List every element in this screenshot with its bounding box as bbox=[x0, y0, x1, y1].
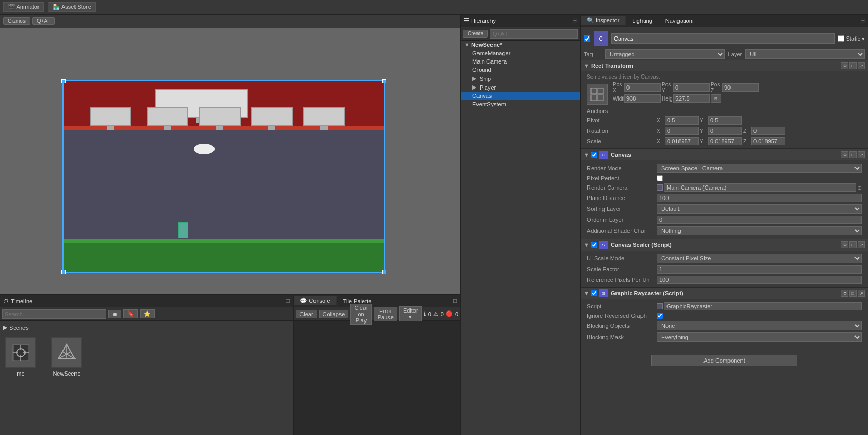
pos-y-input[interactable]: 0 bbox=[673, 83, 710, 92]
console-toolbar: Clear Collapse Clear on Play Error Pause… bbox=[294, 307, 460, 321]
console-minimize[interactable]: ⊟ bbox=[452, 297, 460, 304]
hierarchy-minimize[interactable]: ⊟ bbox=[572, 17, 577, 24]
canvas-icon-2[interactable]: □ bbox=[849, 151, 857, 158]
raycaster-icon-2[interactable]: □ bbox=[849, 290, 857, 297]
all-button[interactable]: Q+All bbox=[32, 17, 55, 25]
ref-pixels-input[interactable]: 100 bbox=[657, 276, 862, 284]
hierarchy-item-ship[interactable]: ▶ Ship bbox=[461, 74, 580, 83]
handle-top-left[interactable] bbox=[61, 79, 66, 83]
animator-tab[interactable]: 🎬 Animator bbox=[3, 2, 44, 12]
hierarchy-item-maincamera[interactable]: Main Camera bbox=[461, 57, 580, 66]
scale-y-input[interactable]: 0.018957 bbox=[708, 137, 742, 145]
scaler-icon-1[interactable]: ⚙ bbox=[841, 241, 848, 248]
pivot-x-input[interactable]: 0.5 bbox=[665, 116, 699, 125]
static-arrow[interactable]: ▾ bbox=[862, 35, 865, 42]
hierarchy-item-canvas[interactable]: Canvas bbox=[461, 92, 580, 100]
blocking-obj-dropdown[interactable]: None bbox=[657, 321, 862, 330]
shader-dropdown[interactable]: Nothing bbox=[657, 226, 862, 235]
console-panel: 💬 Console Tile Palette ⊟ Clear Collapse … bbox=[294, 295, 460, 435]
clear-button[interactable]: Clear bbox=[296, 310, 317, 318]
size-r-button[interactable]: R bbox=[711, 94, 721, 103]
timeline-search[interactable] bbox=[2, 309, 106, 319]
layer-dropdown[interactable]: UI bbox=[745, 49, 865, 59]
lighting-tab[interactable]: Lighting bbox=[626, 17, 659, 25]
rect-transform-header[interactable]: ▼ Rect Transform ⚙ □ ↗ bbox=[581, 60, 868, 71]
asset-store-tab[interactable]: 🏪 Asset Store bbox=[48, 2, 95, 12]
gizmos-button[interactable]: Gizmos bbox=[3, 17, 30, 25]
pos-x-input[interactable]: 0 bbox=[624, 83, 661, 92]
height-input[interactable]: 527.5 bbox=[673, 94, 710, 103]
scene-icon-2[interactable] bbox=[51, 337, 82, 368]
rotation-x-input[interactable]: 0 bbox=[665, 127, 699, 135]
rt-icon-1[interactable]: ⚙ bbox=[841, 62, 848, 69]
ui-scale-dropdown[interactable]: Constant Pixel Size bbox=[657, 254, 862, 263]
raycaster-header[interactable]: ▼ G Graphic Raycaster (Script) ⚙ □ ↗ bbox=[581, 288, 868, 299]
canvas-icon-1[interactable]: ⚙ bbox=[841, 151, 848, 158]
clear-on-play-button[interactable]: Clear on Play bbox=[350, 304, 371, 325]
scaler-enabled-checkbox[interactable] bbox=[591, 242, 597, 248]
scenes-arrow[interactable]: ▶ bbox=[3, 324, 7, 331]
hierarchy-item-eventsystem[interactable]: EventSystem bbox=[461, 100, 580, 108]
order-layer-input[interactable]: 0 bbox=[657, 216, 862, 224]
object-active-checkbox[interactable] bbox=[584, 35, 590, 42]
scene-icon-1[interactable] bbox=[5, 337, 36, 368]
hierarchy-item-gamemanager[interactable]: GameManager bbox=[461, 49, 580, 57]
timeline-bookmark-btn[interactable]: 🔖 bbox=[123, 309, 138, 318]
raycaster-icon-1[interactable]: ⚙ bbox=[841, 290, 848, 297]
eventsystem-label: EventSystem bbox=[472, 101, 506, 107]
scale-x-input[interactable]: 0.018957 bbox=[665, 137, 699, 145]
add-component-button[interactable]: Add Component bbox=[651, 355, 797, 366]
hierarchy-search[interactable] bbox=[490, 29, 578, 39]
timeline-star-btn[interactable]: ⭐ bbox=[140, 309, 155, 318]
render-camera-picker[interactable]: ⊙ bbox=[857, 184, 862, 191]
scale-factor-input[interactable]: 1 bbox=[657, 265, 862, 274]
anchor-box[interactable] bbox=[587, 84, 608, 105]
timeline-record-btn[interactable]: ⏺ bbox=[108, 310, 121, 318]
canvas-header[interactable]: ▼ C Canvas ⚙ □ ↗ bbox=[581, 149, 868, 160]
canvas-enabled-checkbox[interactable] bbox=[591, 152, 597, 158]
static-checkbox[interactable] bbox=[838, 35, 844, 42]
collapse-button[interactable]: Collapse bbox=[319, 310, 349, 318]
ignore-checkbox[interactable] bbox=[657, 313, 663, 319]
render-mode-dropdown[interactable]: Screen Space - Camera bbox=[657, 164, 862, 173]
scaler-icon-3[interactable]: ↗ bbox=[858, 241, 865, 248]
script-input[interactable]: GraphicRaycaster bbox=[664, 302, 862, 310]
canvas-scaler-header[interactable]: ▼ S Canvas Scaler (Script) ⚙ □ ↗ bbox=[581, 239, 868, 251]
raycaster-enabled-checkbox[interactable] bbox=[591, 290, 597, 296]
hierarchy-icon: ☰ bbox=[464, 17, 469, 24]
raycaster-icon-3[interactable]: ↗ bbox=[858, 290, 865, 297]
canvas-arrow: ▼ bbox=[584, 152, 589, 158]
console-tab[interactable]: 💬 Console bbox=[294, 296, 336, 305]
width-input[interactable]: 938 bbox=[624, 94, 661, 103]
rotation-z-input[interactable]: 0 bbox=[751, 127, 785, 135]
sorting-layer-dropdown[interactable]: Default bbox=[657, 204, 862, 214]
plane-distance-input[interactable]: 100 bbox=[657, 194, 862, 202]
pos-z-input[interactable]: 90 bbox=[722, 83, 759, 92]
error-pause-button[interactable]: Error Pause bbox=[374, 307, 397, 321]
scaler-icon-2[interactable]: □ bbox=[849, 241, 857, 248]
rt-icon-2[interactable]: □ bbox=[849, 62, 857, 69]
handle-bottom-right[interactable] bbox=[382, 270, 386, 274]
handle-top-right[interactable] bbox=[382, 79, 386, 83]
inspector-tab[interactable]: 🔍 Inspector bbox=[581, 16, 626, 25]
scale-z-input[interactable]: 0.018957 bbox=[751, 137, 785, 145]
blocking-mask-dropdown[interactable]: Everything bbox=[657, 332, 862, 342]
render-camera-input[interactable]: Main Camera (Camera) bbox=[664, 183, 856, 192]
hierarchy-item-player[interactable]: ▶ Player bbox=[461, 83, 580, 92]
pixel-perfect-checkbox[interactable] bbox=[657, 175, 663, 181]
editor-button[interactable]: Editor ▾ bbox=[399, 306, 422, 321]
rotation-y-input[interactable]: 0 bbox=[708, 127, 742, 135]
pivot-fields: X 0.5 Y 0.5 bbox=[657, 116, 742, 125]
hierarchy-scene-root[interactable]: ▼ NewScene* bbox=[461, 41, 580, 49]
object-name-input[interactable]: Canvas bbox=[611, 33, 835, 44]
pivot-y-input[interactable]: 0.5 bbox=[708, 116, 742, 125]
handle-bottom-left[interactable] bbox=[61, 270, 66, 274]
create-button[interactable]: Create bbox=[463, 30, 488, 38]
hierarchy-item-ground[interactable]: Ground bbox=[461, 66, 580, 74]
rt-icon-3[interactable]: ↗ bbox=[858, 62, 865, 69]
canvas-icon-3[interactable]: ↗ bbox=[858, 151, 865, 158]
inspector-minimize[interactable]: ⊟ bbox=[860, 17, 868, 24]
navigation-tab[interactable]: Navigation bbox=[659, 17, 699, 25]
tag-dropdown[interactable]: Untagged bbox=[605, 49, 725, 59]
main-layout: Gizmos Q+All bbox=[0, 15, 868, 435]
